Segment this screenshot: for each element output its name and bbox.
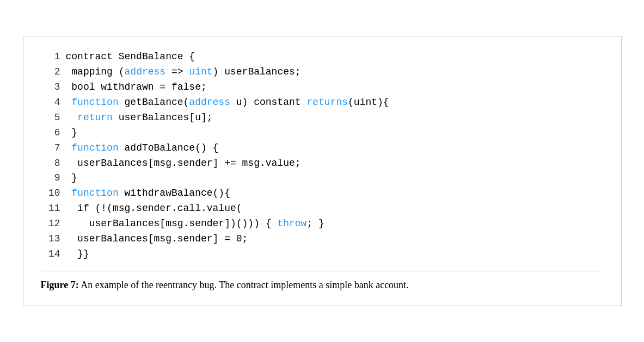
- code-text-11: if (!(msg.sender.call.value(: [66, 201, 242, 216]
- code-line-11: 11 if (!(msg.sender.call.value(: [41, 201, 604, 216]
- code-text-10: function withdrawBalance(){: [66, 186, 230, 201]
- code-line-10: 10 function withdrawBalance(){: [41, 186, 604, 201]
- caption-text: An example of the reentrancy bug. The co…: [79, 279, 409, 290]
- code-text-6: }: [66, 126, 78, 141]
- line-number-8: 8: [41, 156, 60, 171]
- code-text-7: function addToBalance() {: [66, 141, 219, 156]
- code-text-5: return userBalances[u];: [66, 110, 213, 126]
- code-line-14: 14 }}: [41, 247, 604, 262]
- code-text-12: userBalances[msg.sender])())) { throw; }: [66, 216, 324, 232]
- code-block: 1 contract SendBalance { 2 mapping (addr…: [41, 49, 604, 262]
- code-line-7: 7 function addToBalance() {: [41, 141, 604, 156]
- line-number-2: 2: [41, 65, 60, 80]
- line-number-7: 7: [41, 141, 60, 156]
- line-number-5: 5: [41, 110, 60, 126]
- line-number-13: 13: [41, 232, 60, 247]
- code-line-2: 2 mapping (address => uint) userBalances…: [41, 65, 604, 80]
- code-line-3: 3 bool withdrawn = false;: [41, 80, 604, 95]
- caption-label: Figure 7:: [41, 279, 79, 290]
- line-number-9: 9: [41, 171, 60, 186]
- code-line-6: 6 }: [41, 126, 604, 141]
- code-line-13: 13 userBalances[msg.sender] = 0;: [41, 232, 604, 247]
- code-line-5: 5 return userBalances[u];: [41, 110, 604, 126]
- code-line-1: 1 contract SendBalance {: [41, 49, 604, 65]
- code-text-1: contract SendBalance {: [66, 49, 195, 65]
- code-text-14: }}: [66, 247, 89, 262]
- code-line-9: 9 }: [41, 171, 604, 186]
- line-number-14: 14: [41, 247, 60, 262]
- code-text-4: function getBalance(address u) constant …: [66, 95, 389, 110]
- line-number-3: 3: [41, 80, 60, 95]
- code-line-8: 8 userBalances[msg.sender] += msg.value;: [41, 156, 604, 171]
- line-number-11: 11: [41, 201, 60, 216]
- figure-container: 1 contract SendBalance { 2 mapping (addr…: [23, 36, 622, 306]
- code-text-3: bool withdrawn = false;: [66, 80, 207, 95]
- code-text-8: userBalances[msg.sender] += msg.value;: [66, 156, 301, 171]
- code-text-9: }: [66, 171, 78, 186]
- code-line-4: 4 function getBalance(address u) constan…: [41, 95, 604, 110]
- code-text-2: mapping (address => uint) userBalances;: [66, 65, 301, 80]
- line-number-12: 12: [41, 216, 60, 232]
- code-text-13: userBalances[msg.sender] = 0;: [66, 232, 248, 247]
- figure-caption: Figure 7: An example of the reentrancy b…: [41, 271, 604, 293]
- code-line-12: 12 userBalances[msg.sender])())) { throw…: [41, 216, 604, 232]
- line-number-4: 4: [41, 95, 60, 110]
- line-number-1: 1: [41, 49, 60, 65]
- line-number-10: 10: [41, 186, 60, 201]
- line-number-6: 6: [41, 126, 60, 141]
